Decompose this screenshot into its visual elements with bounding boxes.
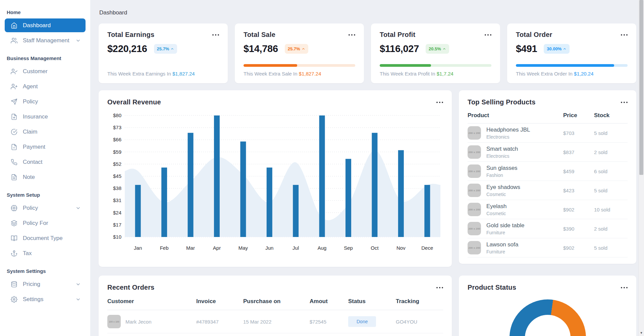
- column-header-price: Price: [563, 112, 594, 119]
- sidebar-item-document-type[interactable]: Document Type: [5, 231, 86, 245]
- customer-avatar: 100 x 100: [107, 315, 121, 328]
- progress-bar-fill: [516, 64, 614, 67]
- sidebar-item-label: Tax: [23, 250, 32, 257]
- scrollbar[interactable]: ▾: [638, 0, 644, 336]
- product-price: $459: [563, 169, 594, 174]
- stat-card-footer: This Week Extra Order In $1,20.24: [516, 71, 628, 77]
- chevron-down-icon: [75, 297, 81, 302]
- product-cell: 200 x 200EyelashCosmetic: [468, 203, 563, 216]
- column-header-tracking: Tracking: [396, 298, 443, 305]
- product-row[interactable]: 200 x 200EyelashCosmetic$90210 sold: [468, 200, 628, 219]
- product-name: Lawson sofa: [486, 241, 518, 248]
- chevron-up-icon: [302, 47, 305, 51]
- svg-text:$80: $80: [113, 112, 121, 118]
- stat-card-footer-amount: $1,827.24: [299, 71, 321, 77]
- sidebar-item-pricing[interactable]: Pricing: [5, 277, 86, 291]
- trend-badge-value: 20.5%: [429, 46, 441, 51]
- sidebar-item-note[interactable]: Note: [5, 170, 86, 184]
- sidebar-section-system-settings: System SettingsPricingSettings: [0, 268, 90, 306]
- more-options-icon[interactable]: [436, 100, 443, 104]
- progress-bar: [380, 64, 491, 67]
- sidebar-item-policy-for[interactable]: Policy For: [5, 216, 86, 230]
- order-amount: $72545: [310, 319, 348, 325]
- product-name: Eye shadows: [486, 184, 520, 191]
- svg-text:$73: $73: [113, 125, 121, 130]
- stat-card-value-row: $116,02720.5%: [380, 43, 491, 54]
- product-row[interactable]: 200 x 200Headphones JBLElectronics$7035 …: [468, 124, 628, 143]
- product-row[interactable]: 200 x 200Smart watchElectronics$8372 sol…: [468, 143, 628, 162]
- order-tracking: GO4YOU: [396, 319, 443, 325]
- product-name: Sun glasses: [486, 165, 518, 172]
- scrollbar-down-arrow[interactable]: ▾: [639, 331, 644, 335]
- more-options-icon[interactable]: [212, 33, 219, 37]
- stat-card-value: $116,027: [380, 43, 419, 54]
- svg-text:$45: $45: [113, 173, 121, 179]
- product-price: $902: [563, 245, 594, 251]
- svg-text:Jan: Jan: [134, 245, 142, 251]
- sidebar-item-policy[interactable]: Policy: [5, 95, 86, 108]
- column-header-amout: Amout: [310, 298, 348, 305]
- sidebar-item-label: Policy: [23, 98, 38, 105]
- svg-text:May: May: [238, 245, 248, 251]
- sidebar-item-settings[interactable]: Settings: [5, 292, 86, 306]
- product-row[interactable]: 200 x 200Gold side tableFurniture$3902 s…: [468, 219, 628, 238]
- column-header-status: Status: [348, 298, 396, 305]
- sidebar-item-customer[interactable]: Customer: [5, 64, 86, 78]
- sidebar-item-policy[interactable]: Policy: [5, 201, 86, 215]
- sidebar-item-contact[interactable]: Contact: [5, 155, 86, 169]
- product-thumbnail: 200 x 200: [468, 241, 481, 254]
- order-customer-cell: 100 x 100Mark Jecon: [107, 315, 196, 328]
- recent-orders-table: CustomerInvoicePusrchase onAmoutStatusTr…: [107, 298, 443, 336]
- sidebar-item-tax[interactable]: Tax: [5, 246, 86, 260]
- top-selling-products-title: Top Selling Products: [468, 98, 536, 106]
- more-options-icon[interactable]: [621, 286, 628, 290]
- stat-card-footer: This Week Extra Profit In $1,7.24: [380, 71, 491, 77]
- more-options-icon[interactable]: [485, 33, 491, 37]
- more-options-icon[interactable]: [621, 33, 628, 37]
- phone-icon: [10, 158, 18, 166]
- sidebar-item-claim[interactable]: Claim: [5, 125, 86, 139]
- sidebar-item-staff-management[interactable]: Staff Management: [5, 34, 86, 47]
- more-options-icon[interactable]: [348, 33, 355, 37]
- sidebar-item-label: Claim: [23, 129, 37, 135]
- product-status-panel: Product Status: [459, 276, 636, 336]
- product-thumbnail: 200 x 200: [468, 184, 481, 197]
- sidebar-section-home: HomeDashboardStaff Management: [0, 9, 90, 47]
- sidebar-item-payment[interactable]: Payment: [5, 140, 86, 154]
- svg-text:Apr: Apr: [213, 245, 221, 251]
- product-row[interactable]: 200 x 200Lawson sofaFurniture$9025 sold: [468, 238, 628, 257]
- product-category: Fashion: [486, 173, 518, 178]
- sidebar-item-label: Settings: [23, 296, 43, 303]
- order-row[interactable]: 100 x 100: [107, 333, 443, 336]
- order-purchase-date: 15 Mar 2022: [243, 319, 310, 325]
- sidebar-item-label: Payment: [23, 144, 45, 150]
- product-row[interactable]: 200 x 200Eye shadowsCosmetic$4235 sold: [468, 181, 628, 200]
- trend-badge-value: 25.7%: [288, 46, 300, 51]
- product-price: $390: [563, 226, 594, 232]
- recent-orders-table-header: CustomerInvoicePusrchase onAmoutStatusTr…: [107, 298, 443, 310]
- svg-text:Mar: Mar: [186, 245, 195, 251]
- order-row[interactable]: 100 x 100Mark Jecon#478934715 Mar 2022$7…: [107, 310, 443, 333]
- sidebar-item-insurance[interactable]: Insurance: [5, 110, 86, 124]
- product-status-title: Product Status: [468, 284, 516, 291]
- more-options-icon[interactable]: [621, 100, 628, 104]
- product-name: Eyelash: [486, 203, 506, 210]
- more-options-icon[interactable]: [436, 286, 443, 290]
- sidebar-item-agent[interactable]: Agent: [5, 80, 86, 93]
- product-info: Eye shadowsCosmetic: [486, 184, 520, 197]
- progress-bar: [244, 64, 355, 67]
- svg-text:Jun: Jun: [265, 245, 273, 251]
- stat-card-total-sale: Total Sale$14,78625.7%This Week Extra Sa…: [235, 23, 364, 83]
- scrollbar-thumb[interactable]: [639, 0, 643, 175]
- sidebar-section-label: System Settings: [0, 268, 90, 274]
- product-row[interactable]: 200 x 200Sun glassesFashion$4596 sold: [468, 162, 628, 181]
- sidebar-item-dashboard[interactable]: Dashboard: [5, 18, 86, 32]
- stat-card-footer-amount: $1,827.24: [172, 71, 195, 77]
- svg-text:Jul: Jul: [292, 245, 299, 251]
- svg-text:Sep: Sep: [344, 245, 353, 251]
- product-status-donut-chart: [509, 299, 586, 336]
- svg-text:$52: $52: [113, 161, 121, 167]
- file-plus-icon: [10, 113, 18, 121]
- top-selling-products-panel: Top Selling Products ProductPriceStock20…: [459, 90, 636, 264]
- sidebar: HomeDashboardStaff ManagementBusiness Ma…: [0, 0, 90, 336]
